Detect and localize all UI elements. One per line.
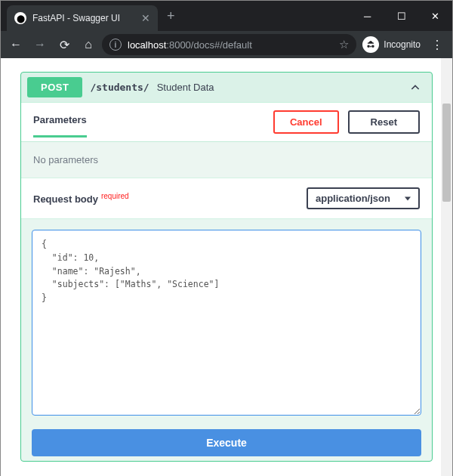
address-bar[interactable]: i localhost:8000/docs#/default ☆ <box>102 34 356 55</box>
nav-reload-button[interactable]: ⟳ <box>54 34 75 55</box>
scrollbar-thumb[interactable] <box>442 104 451 202</box>
content-type-select[interactable]: application/json <box>307 187 420 209</box>
bookmark-star-icon[interactable]: ☆ <box>339 38 349 51</box>
request-body-editor[interactable] <box>32 230 421 416</box>
site-info-icon[interactable]: i <box>109 39 122 51</box>
operation-block: POST /students/ Student Data Parameters … <box>20 72 433 462</box>
operation-description: Student Data <box>157 82 214 93</box>
incognito-badge: Incognito <box>362 36 421 53</box>
content-type-value: application/json <box>316 193 390 204</box>
request-body-header: Request bodyrequired application/json <box>21 178 432 219</box>
operation-path: /students/ <box>90 82 149 93</box>
parameters-label: Parameters <box>33 114 87 130</box>
close-icon[interactable]: ✕ <box>141 12 150 24</box>
new-tab-button[interactable]: + <box>167 8 175 24</box>
page-viewport: POST /students/ Student Data Parameters … <box>1 58 452 476</box>
incognito-icon <box>362 36 379 53</box>
execute-button[interactable]: Execute <box>32 429 421 456</box>
tab-title: FastAPI - Swagger UI <box>32 13 135 23</box>
window-minimize-button[interactable]: ─ <box>350 5 384 27</box>
incognito-label: Incognito <box>384 39 421 50</box>
scrollbar-track[interactable] <box>441 58 452 476</box>
cancel-button[interactable]: Cancel <box>273 110 339 134</box>
browser-menu-button[interactable]: ⋮ <box>427 38 448 52</box>
browser-titlebar: ⬤ FastAPI - Swagger UI ✕ + ─ ☐ ✕ <box>1 1 452 31</box>
http-method-badge: POST <box>27 77 82 97</box>
request-body-label: Request bodyrequired <box>33 192 129 206</box>
nav-home-button[interactable]: ⌂ <box>78 34 99 55</box>
parameters-header: Parameters Cancel Reset <box>21 102 432 141</box>
operation-summary[interactable]: POST /students/ Student Data <box>21 73 432 102</box>
browser-toolbar: ← → ⟳ ⌂ i localhost:8000/docs#/default ☆… <box>1 31 452 58</box>
chevron-up-icon[interactable] <box>409 82 421 94</box>
window-maximize-button[interactable]: ☐ <box>384 5 418 27</box>
nav-forward-button[interactable]: → <box>29 34 51 55</box>
reset-button[interactable]: Reset <box>348 110 420 134</box>
nav-back-button[interactable]: ← <box>5 34 26 55</box>
tab-favicon: ⬤ <box>14 12 26 24</box>
window-close-button[interactable]: ✕ <box>418 5 452 27</box>
window-controls: ─ ☐ ✕ <box>350 5 452 27</box>
browser-tab[interactable]: ⬤ FastAPI - Swagger UI ✕ <box>7 5 158 31</box>
no-parameters-message: No parameters <box>21 141 432 178</box>
url-text: localhost:8000/docs#/default <box>128 39 252 51</box>
